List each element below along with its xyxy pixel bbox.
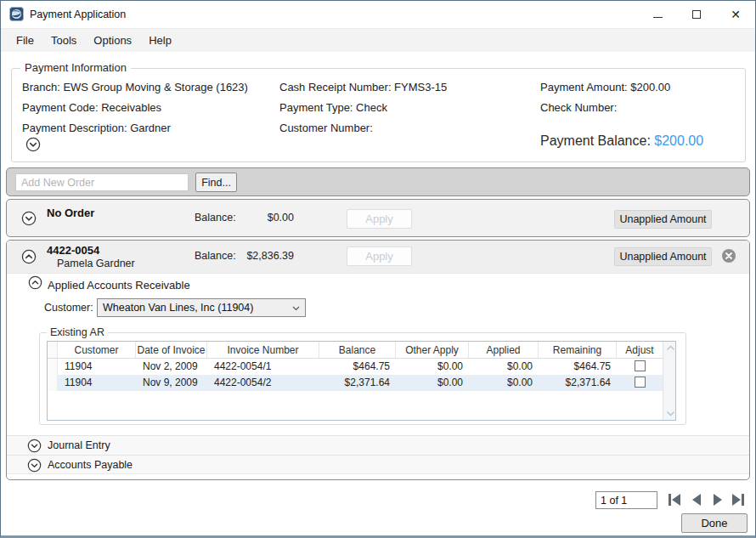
chevron-down-icon	[27, 458, 42, 473]
menu-options[interactable]: Options	[85, 29, 140, 53]
previous-page-button[interactable]	[689, 493, 704, 507]
table-scrollbar[interactable]	[663, 342, 675, 420]
accounts-payable-section: Accounts Payable	[7, 455, 749, 474]
chevron-down-icon	[27, 439, 42, 453]
order-balance-value: $2,836.39	[200, 250, 294, 262]
minimize-button[interactable]	[638, 1, 677, 28]
no-order-unapplied-amount-button[interactable]: Unapplied Amount	[614, 210, 712, 229]
close-circle-icon	[721, 248, 736, 263]
first-page-icon	[668, 493, 682, 507]
row-selector[interactable]	[48, 359, 58, 375]
order-collapse-button[interactable]	[21, 249, 37, 264]
maximize-button[interactable]	[677, 1, 716, 28]
table-row[interactable]: 11904 Nov 2, 2009 4422-0054/1 $464.75 $0…	[48, 359, 663, 375]
menu-bar: File Tools Options Help	[1, 28, 755, 52]
customer-label: Customer:	[44, 302, 93, 314]
title-bar: Payment Application ✕	[1, 1, 755, 28]
done-button[interactable]: Done	[681, 513, 748, 533]
customer-number-field: Customer Number:	[279, 122, 373, 134]
col-other-apply[interactable]: Other Apply	[396, 342, 469, 358]
applied-ar-title: Applied Accounts Receivable	[48, 279, 190, 292]
payment-code-field: Payment Code: Receivables	[22, 101, 161, 114]
col-remaining[interactable]: Remaining	[539, 342, 617, 358]
chevron-up-icon	[28, 275, 42, 290]
accounts-payable-expand-button[interactable]	[27, 458, 42, 473]
cash-receipt-number-field: Cash Receipt Number: FYMS3-15	[279, 81, 447, 93]
no-order-apply-button[interactable]: Apply	[347, 209, 412, 229]
adjust-checkbox[interactable]	[635, 377, 646, 388]
existing-ar-legend: Existing AR	[47, 326, 108, 338]
cell-customer: 11904	[58, 375, 136, 391]
order-unapplied-amount-button[interactable]: Unapplied Amount	[614, 247, 712, 266]
window-controls: ✕	[638, 1, 755, 28]
col-adjust[interactable]: Adjust	[617, 342, 663, 358]
app-icon	[9, 7, 24, 21]
find-button[interactable]: Find...	[195, 173, 237, 192]
order-number: 4422-0054	[47, 244, 99, 257]
cell-remaining: $464.75	[539, 359, 617, 375]
customer-dropdown-value: Wheaton Van Lines, Inc (11904)	[103, 302, 253, 314]
app-window: Payment Application ✕ File Tools Options…	[0, 0, 756, 538]
row-selector-header	[48, 342, 58, 358]
cell-other-apply: $0.00	[396, 359, 469, 375]
payment-info-expand-button[interactable]	[25, 137, 41, 152]
menu-help[interactable]: Help	[140, 29, 180, 53]
scroll-up-icon	[666, 345, 675, 351]
col-date-of-invoice[interactable]: Date of Invoice	[136, 342, 207, 358]
no-order-title: No Order	[47, 207, 94, 219]
no-order-section: No Order Balance: $0.00 Apply Unapplied …	[6, 199, 750, 237]
add-new-order-input[interactable]	[15, 173, 189, 191]
applied-ar-collapse-button[interactable]	[27, 275, 42, 291]
page-indicator-input[interactable]	[595, 491, 657, 509]
cell-applied: $0.00	[469, 375, 539, 391]
chevron-down-icon	[21, 211, 37, 226]
menu-tools[interactable]: Tools	[42, 29, 85, 53]
order-remove-button[interactable]	[721, 248, 736, 263]
branch-field: Branch: EWS Group Moving & Storage (1623…	[22, 81, 248, 93]
col-customer[interactable]: Customer	[58, 342, 136, 358]
payment-type-field: Payment Type: Check	[279, 101, 387, 114]
cell-invoice: 4422-0054/2	[207, 375, 319, 391]
order-apply-button[interactable]: Apply	[347, 246, 412, 266]
payment-balance-label: Payment Balance:	[540, 133, 651, 148]
col-invoice-number[interactable]: Invoice Number	[207, 342, 319, 358]
payment-balance-value: $200.00	[654, 133, 703, 148]
cell-other-apply: $0.00	[396, 375, 469, 391]
journal-entry-section: Journal Entry	[7, 435, 749, 455]
cell-applied: $0.00	[469, 359, 539, 375]
customer-dropdown[interactable]: Wheaton Van Lines, Inc (11904)	[97, 298, 306, 317]
minimize-icon	[653, 17, 663, 18]
journal-entry-label: Journal Entry	[48, 439, 110, 451]
scroll-down-icon	[666, 411, 675, 416]
no-order-balance-value: $0.00	[200, 212, 294, 224]
order-section: 4422-0054 Pamela Gardner Balance: $2,836…	[6, 240, 750, 480]
cell-balance: $2,371.64	[319, 375, 396, 391]
row-selector[interactable]	[48, 375, 58, 391]
close-button[interactable]: ✕	[716, 1, 755, 28]
table-row[interactable]: 11904 Nov 9, 2009 4422-0054/2 $2,371.64 …	[48, 375, 663, 391]
journal-entry-expand-button[interactable]	[27, 439, 42, 453]
payment-information-legend: Payment Information	[20, 61, 131, 74]
check-number-field: Check Number:	[540, 101, 617, 114]
existing-ar-table: Customer Date of Invoice Invoice Number …	[47, 341, 676, 421]
add-order-bar: Find...	[6, 167, 750, 196]
chevron-down-icon	[25, 137, 41, 152]
adjust-checkbox[interactable]	[635, 360, 646, 371]
last-page-button[interactable]	[730, 493, 745, 507]
menu-file[interactable]: File	[8, 29, 42, 53]
first-page-button[interactable]	[667, 493, 682, 507]
last-page-icon	[731, 493, 745, 507]
cell-invoice: 4422-0054/1	[207, 359, 319, 375]
chevron-up-icon	[21, 249, 37, 264]
next-page-icon	[712, 493, 724, 507]
next-page-button[interactable]	[710, 493, 725, 507]
chevron-down-icon	[292, 302, 300, 314]
cell-remaining: $2,371.64	[539, 375, 617, 391]
col-balance[interactable]: Balance	[319, 342, 396, 358]
col-applied[interactable]: Applied	[469, 342, 539, 358]
cell-date: Nov 9, 2009	[136, 375, 207, 391]
no-order-expand-button[interactable]	[21, 211, 37, 226]
table-header-row: Customer Date of Invoice Invoice Number …	[48, 342, 663, 359]
cell-adjust	[617, 359, 663, 375]
payment-information-panel: Payment Information Branch: EWS Group Mo…	[11, 68, 746, 162]
